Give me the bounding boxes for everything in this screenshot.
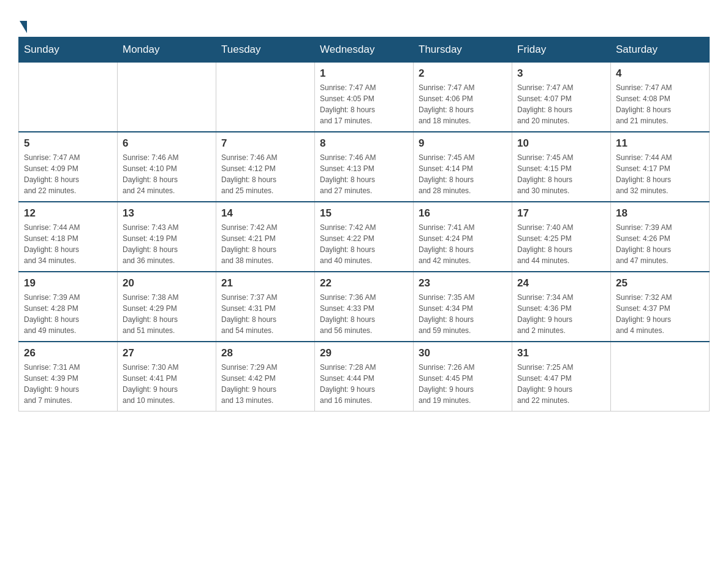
calendar-cell: 22Sunrise: 7:36 AM Sunset: 4:33 PM Dayli… [315,272,414,342]
calendar-week-row: 12Sunrise: 7:44 AM Sunset: 4:18 PM Dayli… [19,202,710,272]
day-number: 15 [320,207,408,220]
day-info: Sunrise: 7:36 AM Sunset: 4:33 PM Dayligh… [320,292,408,336]
calendar-cell: 28Sunrise: 7:29 AM Sunset: 4:42 PM Dayli… [216,342,315,412]
calendar-cell [19,63,118,132]
calendar-cell: 24Sunrise: 7:34 AM Sunset: 4:36 PM Dayli… [512,272,611,342]
day-number: 26 [24,347,112,359]
day-number: 1 [320,67,408,80]
day-info: Sunrise: 7:34 AM Sunset: 4:36 PM Dayligh… [517,292,605,336]
day-number: 25 [616,277,704,289]
day-info: Sunrise: 7:47 AM Sunset: 4:08 PM Dayligh… [616,82,704,126]
day-number: 14 [221,207,309,220]
calendar-cell: 7Sunrise: 7:46 AM Sunset: 4:12 PM Daylig… [216,132,315,202]
day-info: Sunrise: 7:47 AM Sunset: 4:07 PM Dayligh… [517,82,605,126]
calendar-week-row: 26Sunrise: 7:31 AM Sunset: 4:39 PM Dayli… [19,342,710,412]
day-info: Sunrise: 7:43 AM Sunset: 4:19 PM Dayligh… [123,222,211,266]
day-info: Sunrise: 7:31 AM Sunset: 4:39 PM Dayligh… [24,362,112,406]
day-number: 27 [123,347,211,359]
day-number: 6 [123,137,211,150]
day-info: Sunrise: 7:46 AM Sunset: 4:12 PM Dayligh… [221,152,309,196]
logo [18,12,27,31]
day-info: Sunrise: 7:45 AM Sunset: 4:15 PM Dayligh… [517,152,605,196]
calendar-cell: 2Sunrise: 7:47 AM Sunset: 4:06 PM Daylig… [414,63,512,132]
column-header-sunday: Sunday [19,37,118,63]
calendar-cell: 26Sunrise: 7:31 AM Sunset: 4:39 PM Dayli… [19,342,118,412]
calendar-cell: 27Sunrise: 7:30 AM Sunset: 4:41 PM Dayli… [118,342,216,412]
day-number: 8 [320,137,408,150]
day-info: Sunrise: 7:42 AM Sunset: 4:22 PM Dayligh… [320,222,408,266]
day-number: 23 [419,277,507,289]
day-number: 16 [419,207,507,220]
day-number: 4 [616,67,704,80]
day-info: Sunrise: 7:39 AM Sunset: 4:28 PM Dayligh… [24,292,112,336]
day-number: 22 [320,277,408,289]
day-number: 21 [221,277,309,289]
day-number: 7 [221,137,309,150]
day-info: Sunrise: 7:30 AM Sunset: 4:41 PM Dayligh… [123,362,211,406]
day-info: Sunrise: 7:44 AM Sunset: 4:17 PM Dayligh… [616,152,704,196]
day-number: 10 [517,137,605,150]
day-number: 29 [320,347,408,359]
day-info: Sunrise: 7:42 AM Sunset: 4:21 PM Dayligh… [221,222,309,266]
day-info: Sunrise: 7:29 AM Sunset: 4:42 PM Dayligh… [221,362,309,406]
calendar-cell: 16Sunrise: 7:41 AM Sunset: 4:24 PM Dayli… [414,202,512,272]
day-info: Sunrise: 7:38 AM Sunset: 4:29 PM Dayligh… [123,292,211,336]
calendar-week-row: 5Sunrise: 7:47 AM Sunset: 4:09 PM Daylig… [19,132,710,202]
calendar-cell: 30Sunrise: 7:26 AM Sunset: 4:45 PM Dayli… [414,342,512,412]
calendar-cell: 15Sunrise: 7:42 AM Sunset: 4:22 PM Dayli… [315,202,414,272]
calendar-cell [216,63,315,132]
day-info: Sunrise: 7:41 AM Sunset: 4:24 PM Dayligh… [419,222,507,266]
calendar-cell: 31Sunrise: 7:25 AM Sunset: 4:47 PM Dayli… [512,342,611,412]
column-header-tuesday: Tuesday [216,37,315,63]
day-info: Sunrise: 7:39 AM Sunset: 4:26 PM Dayligh… [616,222,704,266]
day-number: 28 [221,347,309,359]
day-number: 2 [419,67,507,80]
day-number: 11 [616,137,704,150]
day-number: 13 [123,207,211,220]
day-info: Sunrise: 7:47 AM Sunset: 4:06 PM Dayligh… [419,82,507,126]
day-info: Sunrise: 7:47 AM Sunset: 4:09 PM Dayligh… [24,152,112,196]
calendar-week-row: 19Sunrise: 7:39 AM Sunset: 4:28 PM Dayli… [19,272,710,342]
calendar-cell: 20Sunrise: 7:38 AM Sunset: 4:29 PM Dayli… [118,272,216,342]
calendar-week-row: 1Sunrise: 7:47 AM Sunset: 4:05 PM Daylig… [19,63,710,132]
calendar-table: SundayMondayTuesdayWednesdayThursdayFrid… [18,37,710,412]
day-number: 3 [517,67,605,80]
calendar-cell: 1Sunrise: 7:47 AM Sunset: 4:05 PM Daylig… [315,63,414,132]
logo-arrow-icon [20,21,27,33]
column-header-monday: Monday [118,37,216,63]
calendar-cell: 29Sunrise: 7:28 AM Sunset: 4:44 PM Dayli… [315,342,414,412]
calendar-cell: 4Sunrise: 7:47 AM Sunset: 4:08 PM Daylig… [611,63,710,132]
day-number: 30 [419,347,507,359]
calendar-cell: 23Sunrise: 7:35 AM Sunset: 4:34 PM Dayli… [414,272,512,342]
day-number: 24 [517,277,605,289]
day-info: Sunrise: 7:45 AM Sunset: 4:14 PM Dayligh… [419,152,507,196]
day-info: Sunrise: 7:47 AM Sunset: 4:05 PM Dayligh… [320,82,408,126]
calendar-cell: 9Sunrise: 7:45 AM Sunset: 4:14 PM Daylig… [414,132,512,202]
calendar-cell: 13Sunrise: 7:43 AM Sunset: 4:19 PM Dayli… [118,202,216,272]
day-info: Sunrise: 7:32 AM Sunset: 4:37 PM Dayligh… [616,292,704,336]
calendar-cell: 25Sunrise: 7:32 AM Sunset: 4:37 PM Dayli… [611,272,710,342]
column-header-friday: Friday [512,37,611,63]
calendar-cell: 8Sunrise: 7:46 AM Sunset: 4:13 PM Daylig… [315,132,414,202]
day-number: 19 [24,277,112,289]
day-number: 31 [517,347,605,359]
day-info: Sunrise: 7:26 AM Sunset: 4:45 PM Dayligh… [419,362,507,406]
day-info: Sunrise: 7:25 AM Sunset: 4:47 PM Dayligh… [517,362,605,406]
day-info: Sunrise: 7:35 AM Sunset: 4:34 PM Dayligh… [419,292,507,336]
day-info: Sunrise: 7:37 AM Sunset: 4:31 PM Dayligh… [221,292,309,336]
page-header [18,12,710,31]
calendar-cell: 5Sunrise: 7:47 AM Sunset: 4:09 PM Daylig… [19,132,118,202]
column-header-saturday: Saturday [611,37,710,63]
calendar-cell: 3Sunrise: 7:47 AM Sunset: 4:07 PM Daylig… [512,63,611,132]
calendar-cell: 14Sunrise: 7:42 AM Sunset: 4:21 PM Dayli… [216,202,315,272]
calendar-cell: 12Sunrise: 7:44 AM Sunset: 4:18 PM Dayli… [19,202,118,272]
day-number: 12 [24,207,112,220]
calendar-cell: 10Sunrise: 7:45 AM Sunset: 4:15 PM Dayli… [512,132,611,202]
calendar-cell [118,63,216,132]
calendar-header-row: SundayMondayTuesdayWednesdayThursdayFrid… [19,37,710,63]
calendar-cell: 17Sunrise: 7:40 AM Sunset: 4:25 PM Dayli… [512,202,611,272]
calendar-cell: 6Sunrise: 7:46 AM Sunset: 4:10 PM Daylig… [118,132,216,202]
day-info: Sunrise: 7:40 AM Sunset: 4:25 PM Dayligh… [517,222,605,266]
day-number: 9 [419,137,507,150]
column-header-thursday: Thursday [414,37,512,63]
